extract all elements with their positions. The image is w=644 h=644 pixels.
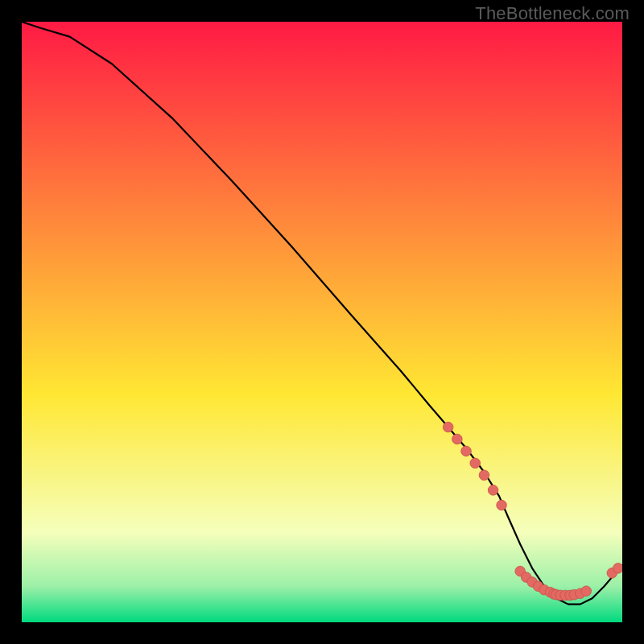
plot-area bbox=[22, 22, 622, 622]
data-marker bbox=[488, 485, 498, 496]
data-marker bbox=[613, 564, 622, 574]
data-marker bbox=[581, 586, 592, 597]
data-marker bbox=[443, 422, 453, 432]
chart-background-gradient bbox=[22, 22, 622, 622]
data-marker bbox=[479, 470, 489, 481]
data-marker bbox=[461, 446, 472, 456]
data-marker bbox=[497, 500, 507, 510]
data-marker bbox=[470, 458, 481, 469]
bottleneck-chart bbox=[22, 22, 622, 622]
chart-frame: TheBottleneck.com bbox=[0, 0, 644, 644]
data-marker bbox=[452, 434, 463, 444]
